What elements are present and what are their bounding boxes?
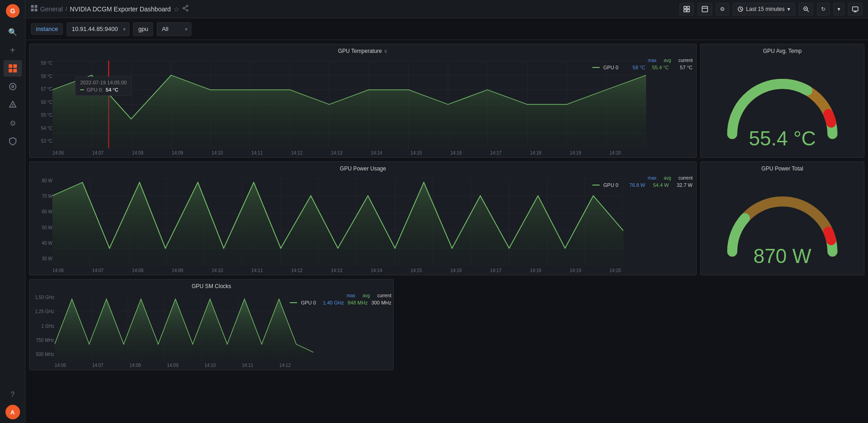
x-label-1418: 14:18 bbox=[530, 150, 541, 155]
zoom-button[interactable] bbox=[799, 3, 813, 15]
gpu-temperature-header: GPU Temperature ∨ bbox=[30, 44, 696, 56]
x-label-1417: 14:17 bbox=[490, 150, 502, 155]
gpu-sm-clocks-panel: GPU SM Clocks max avg current GPU 0 bbox=[29, 279, 394, 370]
svg-rect-11 bbox=[35, 5, 37, 8]
svg-marker-57 bbox=[52, 75, 646, 148]
px-1415: 14:15 bbox=[411, 268, 422, 273]
clocks-legend-avg: 848 MHz bbox=[348, 300, 368, 305]
gpu-power-panel: GPU Power Usage max avg current GPU 0 bbox=[29, 161, 697, 275]
clocks-x-labels: 14:06 14:07 14:08 14:09 14:10 14:11 14:1… bbox=[55, 363, 291, 368]
gauge-value-power: 870 W bbox=[753, 245, 811, 268]
gpu-sm-clocks-header: GPU SM Clocks bbox=[30, 279, 393, 291]
px-1417: 14:17 bbox=[490, 268, 502, 273]
gpu-avg-temp-header: GPU Avg. Temp bbox=[701, 44, 864, 56]
x-label-1411: 14:11 bbox=[252, 150, 263, 155]
cx-1409: 14:09 bbox=[167, 363, 178, 368]
sidebar-explore-icon[interactable] bbox=[4, 78, 22, 95]
page-title: NVIDIA DCGM Exporter Dashboard bbox=[70, 5, 171, 13]
clocks-y-750: 750 MHz bbox=[31, 338, 54, 343]
time-range-chevron: ▾ bbox=[787, 6, 790, 12]
instance-filter-select-wrap[interactable]: 10.91.44.85:9400 bbox=[67, 22, 129, 36]
favorite-icon[interactable]: ☆ bbox=[174, 5, 180, 13]
power-y-50: 50 W bbox=[31, 225, 52, 230]
cx-1412: 14:12 bbox=[279, 363, 291, 368]
y-label-57: 57 °C bbox=[31, 87, 52, 92]
sidebar-settings-icon[interactable]: ⚙ bbox=[4, 115, 22, 131]
x-label-1407: 14:07 bbox=[92, 150, 103, 155]
svg-line-27 bbox=[740, 9, 742, 10]
breadcrumb: General / NVIDIA DCGM Exporter Dashboard… bbox=[31, 5, 676, 13]
cx-1407: 14:07 bbox=[92, 363, 103, 368]
clocks-y-1g: 1 GHz bbox=[31, 324, 54, 329]
gauge-container-temp: 55.4 °C bbox=[701, 56, 864, 157]
share-icon[interactable] bbox=[182, 5, 189, 13]
px-1419: 14:19 bbox=[570, 268, 581, 273]
legend-cur: 57 °C bbox=[673, 65, 693, 70]
gpu-power-total-title: GPU Power Total bbox=[761, 165, 803, 172]
y-label-59: 59 °C bbox=[31, 61, 52, 66]
clocks-legend-max: 1.40 GHz bbox=[323, 300, 344, 305]
gpu-power-content: max avg current GPU 0 76.8 W 54.4 W 32.7… bbox=[30, 174, 696, 275]
svg-point-16 bbox=[186, 10, 188, 11]
x-label-1415: 14:15 bbox=[411, 150, 422, 155]
sidebar-shield-icon[interactable] bbox=[4, 133, 22, 150]
sidebar-help-icon[interactable]: ? bbox=[4, 387, 22, 403]
grafana-logo[interactable]: G bbox=[5, 4, 20, 18]
refresh-button[interactable]: ↻ bbox=[817, 3, 830, 15]
svg-rect-20 bbox=[687, 6, 689, 9]
add-panel-button[interactable] bbox=[679, 3, 694, 15]
px-1413: 14:13 bbox=[331, 268, 342, 273]
dashboard-grid: GPU Temperature ∨ 2022-07-19 14:05:00 GP… bbox=[26, 40, 868, 423]
x-label-1419: 14:19 bbox=[570, 150, 581, 155]
svg-line-18 bbox=[184, 9, 186, 10]
px-1420: 14:20 bbox=[610, 268, 621, 273]
gpu-filter-select[interactable]: All GPU 0 bbox=[157, 22, 191, 36]
power-y-labels: 80 W 70 W 60 W 50 W 40 W 30 W bbox=[31, 178, 52, 261]
temp-y-labels: 59 °C 58 °C 57 °C 56 °C 55 °C 54 °C 53 °… bbox=[31, 61, 52, 144]
y-label-56: 56 °C bbox=[31, 100, 52, 105]
power-y-80: 80 W bbox=[31, 178, 52, 183]
temp-x-labels: 14:06 14:07 14:08 14:09 14:10 14:11 14:1… bbox=[52, 150, 621, 155]
layout-button[interactable] bbox=[698, 3, 712, 15]
svg-point-9 bbox=[12, 106, 13, 107]
power-x-labels: 14:06 14:07 14:08 14:09 14:10 14:11 14:1… bbox=[52, 268, 621, 273]
sidebar-alerting-icon[interactable] bbox=[4, 97, 22, 113]
gpu-temperature-panel: GPU Temperature ∨ 2022-07-19 14:05:00 GP… bbox=[29, 44, 697, 158]
y-label-58: 58 °C bbox=[31, 74, 52, 79]
svg-rect-2 bbox=[9, 64, 12, 68]
svg-rect-5 bbox=[13, 69, 17, 72]
settings-button[interactable]: ⚙ bbox=[716, 3, 729, 15]
svg-rect-19 bbox=[684, 6, 686, 9]
panel-chevron[interactable]: ∨ bbox=[384, 48, 388, 54]
px-1407: 14:07 bbox=[92, 268, 103, 273]
refresh-interval-button[interactable]: ▾ bbox=[833, 3, 844, 15]
px-1411: 14:11 bbox=[252, 268, 263, 273]
sidebar-bottom: ? A bbox=[4, 387, 22, 419]
svg-rect-31 bbox=[853, 7, 858, 11]
gpu-power-title: GPU Power Usage bbox=[340, 165, 386, 172]
gauge-value-temp: 55.4 °C bbox=[749, 127, 816, 150]
instance-filter-select[interactable]: 10.91.44.85:9400 bbox=[67, 22, 129, 36]
filter-bar: instance 10.91.44.85:9400 gpu All GPU 0 bbox=[26, 18, 868, 40]
sidebar-add-icon[interactable]: + bbox=[4, 42, 22, 58]
gpu-power-total-header: GPU Power Total bbox=[701, 162, 864, 174]
gpu-filter-select-wrap[interactable]: All GPU 0 bbox=[157, 22, 191, 36]
y-label-54: 54 °C bbox=[31, 126, 52, 131]
time-range-button[interactable]: Last 15 minutes ▾ bbox=[733, 3, 795, 15]
sidebar-search-icon[interactable]: 🔍 bbox=[4, 24, 22, 40]
breadcrumb-general[interactable]: General bbox=[40, 5, 63, 13]
x-label-1414: 14:14 bbox=[371, 150, 382, 155]
sidebar-dashboards-icon[interactable] bbox=[4, 60, 22, 77]
power-legend-max: 76.8 W bbox=[625, 182, 645, 188]
x-label-1416: 14:16 bbox=[450, 150, 462, 155]
svg-marker-79 bbox=[52, 182, 623, 266]
tv-mode-button[interactable] bbox=[848, 3, 863, 15]
px-1409: 14:09 bbox=[172, 268, 183, 273]
svg-rect-3 bbox=[13, 64, 17, 68]
user-avatar[interactable]: A bbox=[5, 405, 20, 419]
instance-filter-label: instance bbox=[31, 23, 63, 35]
svg-point-6 bbox=[10, 83, 16, 90]
clocks-legend-cur: 300 MHz bbox=[371, 300, 391, 305]
topbar-actions: ⚙ Last 15 minutes ▾ ↻ ▾ bbox=[679, 3, 863, 15]
power-chart-svg bbox=[52, 178, 623, 266]
